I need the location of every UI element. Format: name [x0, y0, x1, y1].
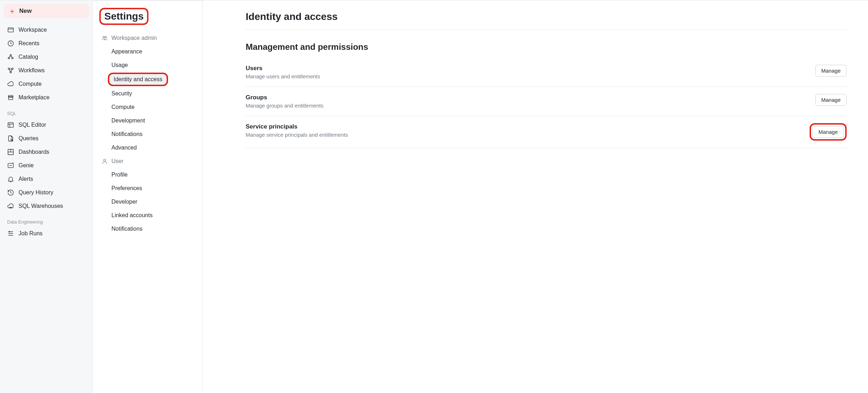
genie-icon [7, 162, 14, 169]
settings-item-linked-accounts[interactable]: Linked accounts [99, 209, 196, 222]
manage-service-principals-button[interactable]: Manage [812, 126, 844, 138]
settings-item-security[interactable]: Security [99, 87, 196, 100]
nav-workspace[interactable]: Workspace [4, 23, 89, 37]
perm-desc: Manage service principals and entitlemen… [246, 132, 348, 138]
admin-icon [101, 35, 108, 41]
section-heading: Management and permissions [246, 42, 847, 52]
plus-icon: ＋ [9, 7, 16, 15]
settings-item-usage[interactable]: Usage [99, 58, 196, 72]
nav-sql-editor[interactable]: SQL Editor [4, 118, 89, 132]
nav-label: Workflows [19, 67, 45, 74]
settings-item-identity-access[interactable]: Identity and access [108, 73, 168, 86]
settings-group-workspace-admin: Workspace admin [99, 31, 196, 45]
main-nav: ＋ New Workspace Recents Catalog Workflow… [0, 0, 93, 393]
nav-label: Alerts [19, 176, 33, 182]
nav-label: Recents [19, 40, 40, 47]
sql-editor-icon [7, 121, 14, 129]
settings-item-developer[interactable]: Developer [99, 195, 196, 209]
nav-dashboards[interactable]: Dashboards [4, 145, 89, 159]
divider [246, 30, 847, 30]
nav-alerts[interactable]: Alerts [4, 172, 89, 186]
settings-sidebar: Settings Workspace admin Appearance Usag… [93, 0, 203, 393]
nav-catalog[interactable]: Catalog [4, 50, 89, 64]
svg-point-25 [103, 36, 105, 38]
svg-rect-11 [8, 122, 14, 127]
svg-point-5 [12, 57, 13, 59]
nav-label: Genie [19, 162, 34, 169]
warehouse-icon [7, 203, 14, 210]
nav-queries[interactable]: Queries [4, 132, 89, 145]
settings-item-development[interactable]: Development [99, 114, 196, 127]
perm-row-service-principals: Service principals Manage service princi… [246, 116, 847, 148]
clock-icon [7, 40, 14, 47]
svg-point-21 [10, 207, 12, 208]
svg-point-27 [104, 159, 106, 161]
highlight-settings: Settings [99, 8, 148, 25]
workflows-icon [7, 67, 14, 74]
settings-item-notifications[interactable]: Notifications [99, 127, 196, 141]
perm-desc: Manage groups and entitlements [246, 103, 323, 109]
settings-title: Settings [101, 9, 147, 23]
svg-line-6 [9, 56, 11, 57]
perm-info: Service principals Manage service princi… [246, 123, 348, 138]
folder-icon [7, 26, 14, 33]
settings-item-compute[interactable]: Compute [99, 100, 196, 114]
nav-workflows[interactable]: Workflows [4, 64, 89, 77]
page-title: Identity and access [246, 11, 847, 22]
nav-section-sql: SQL [4, 104, 89, 118]
manage-users-button[interactable]: Manage [815, 65, 847, 77]
nav-section-de: Data Engineering [4, 213, 89, 227]
bell-icon [7, 175, 14, 183]
svg-point-26 [105, 36, 107, 38]
settings-group-label: Workspace admin [111, 35, 157, 41]
nav-label: Query History [19, 189, 53, 196]
nav-label: Dashboards [19, 149, 49, 155]
nav-label: SQL Editor [19, 122, 46, 128]
nav-label: Compute [19, 81, 42, 87]
svg-point-4 [8, 57, 10, 59]
nav-recents[interactable]: Recents [4, 37, 89, 50]
settings-item-preferences[interactable]: Preferences [99, 182, 196, 195]
nav-label: Workspace [19, 27, 47, 33]
settings-item-profile[interactable]: Profile [99, 168, 196, 182]
new-button-label: New [19, 7, 32, 15]
perm-row-groups: Groups Manage groups and entitlements Ma… [246, 87, 847, 116]
perm-name: Groups [246, 94, 323, 101]
new-button[interactable]: ＋ New [4, 4, 89, 18]
user-icon [101, 158, 108, 164]
perm-name: Service principals [246, 123, 348, 130]
svg-point-14 [11, 139, 12, 140]
manage-groups-button[interactable]: Manage [815, 94, 847, 106]
perm-info: Users Manage users and entitlements [246, 65, 320, 79]
catalog-icon [7, 53, 14, 61]
nav-marketplace[interactable]: Marketplace [4, 91, 89, 104]
settings-item-user-notifications[interactable]: Notifications [99, 222, 196, 236]
nav-compute[interactable]: Compute [4, 77, 89, 91]
perm-desc: Manage users and entitlements [246, 73, 320, 79]
nav-label: Catalog [19, 54, 38, 60]
dashboard-icon [7, 148, 14, 156]
settings-group-user: User [99, 154, 196, 168]
nav-sql-warehouses[interactable]: SQL Warehouses [4, 199, 89, 213]
job-runs-icon [7, 230, 14, 237]
nav-label: Marketplace [19, 94, 49, 101]
nav-job-runs[interactable]: Job Runs [4, 227, 89, 240]
nav-label: Queries [19, 135, 38, 142]
perm-info: Groups Manage groups and entitlements [246, 94, 323, 109]
svg-line-7 [11, 56, 12, 57]
settings-item-appearance[interactable]: Appearance [99, 45, 196, 58]
perm-row-users: Users Manage users and entitlements Mana… [246, 61, 847, 87]
cloud-icon [7, 80, 14, 88]
history-icon [7, 189, 14, 196]
settings-group-label: User [111, 158, 124, 164]
svg-rect-0 [8, 28, 14, 32]
queries-icon [7, 135, 14, 142]
perm-name: Users [246, 65, 320, 72]
main-content: Identity and access Management and permi… [203, 0, 868, 393]
nav-genie[interactable]: Genie [4, 159, 89, 172]
highlight-manage-sp: Manage [810, 123, 847, 141]
store-icon [7, 94, 14, 101]
nav-label: SQL Warehouses [19, 203, 63, 209]
settings-item-advanced[interactable]: Advanced [99, 141, 196, 154]
nav-query-history[interactable]: Query History [4, 186, 89, 199]
